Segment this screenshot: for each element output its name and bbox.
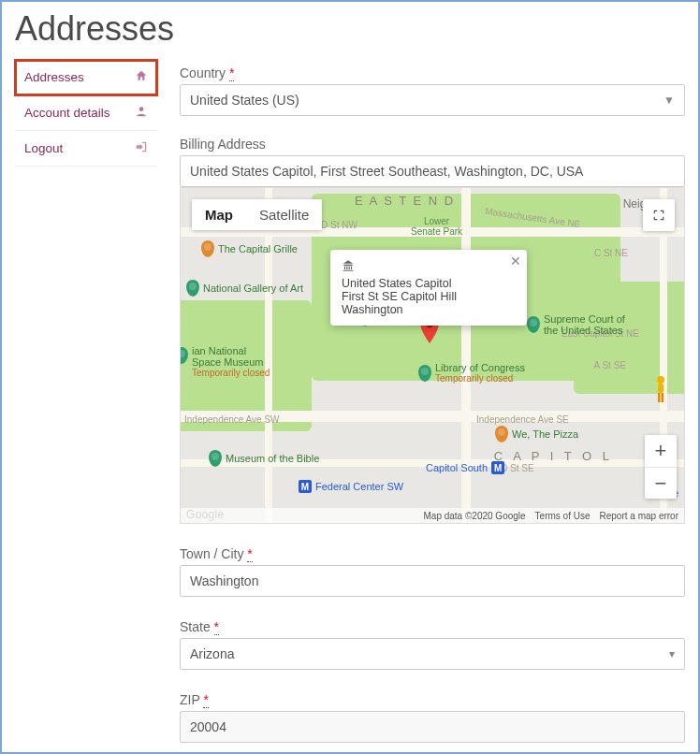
map-poi-capital-grille[interactable]: The Capital Grille [201, 240, 298, 257]
map-type-satellite-button[interactable]: Satellite [246, 199, 322, 230]
map-poi-museum-bible[interactable]: Museum of the Bible [209, 450, 319, 467]
city-label: Town / City * [180, 546, 685, 561]
state-value: Arizona [190, 646, 234, 661]
map-poi-capitol-south[interactable]: Capitol SouthM [426, 461, 504, 474]
map-street-indepse: Independence Ave SE [476, 414, 569, 425]
terms-link[interactable]: Terms of Use [535, 511, 591, 521]
chevron-down-icon: ▼ [664, 94, 675, 107]
map-street-dstse: D St SE [501, 463, 534, 473]
svg-point-2 [657, 376, 664, 384]
svg-rect-5 [662, 393, 664, 402]
label-text: ZIP [180, 692, 200, 707]
required-mark: * [203, 692, 208, 708]
map-type-map-button[interactable]: Map [192, 199, 246, 230]
chevron-down-icon: ▾ [669, 647, 675, 660]
zoom-in-button[interactable]: + [645, 435, 677, 467]
address-form: Country * United States (US) ▼ Billing A… [157, 60, 685, 743]
country-value: United States (US) [190, 93, 299, 108]
sidebar-item-label: Logout [24, 141, 63, 155]
sidebar-item-label: Addresses [24, 70, 84, 84]
city-input[interactable] [180, 565, 685, 597]
close-icon[interactable]: ✕ [510, 254, 521, 268]
map-neighborhood-eastend: E A S T E N D [355, 194, 455, 208]
map-neighborhood-capitol: C A P I T O L [494, 449, 613, 463]
map-street-astse: A St SE [594, 360, 626, 370]
svg-rect-4 [658, 393, 661, 402]
label-text: Town / City [180, 546, 243, 561]
map-poi-we-pizza[interactable]: We, The Pizza [495, 426, 578, 442]
billing-address-input[interactable]: United States Capitol, First Street Sout… [180, 155, 685, 187]
home-icon [135, 69, 148, 85]
account-sidebar: Addresses Account details Logout [15, 60, 157, 743]
info-subtitle: First St SE Capitol Hill Washington [342, 290, 516, 316]
billing-label: Billing Address [180, 137, 685, 152]
svg-point-0 [139, 107, 144, 111]
zip-input[interactable]: 20004 [180, 711, 685, 743]
map-street-dstnw: D St NW [321, 220, 357, 230]
map-poi-library-congress[interactable]: Library of CongressTemporarily closed [418, 362, 525, 384]
map-info-window: ✕ United States Capitol First St SE Capi… [330, 250, 527, 326]
country-label: Country * [180, 65, 685, 80]
street-view-pegman[interactable] [645, 371, 677, 409]
user-icon [135, 105, 148, 121]
map-poi-smithsonian[interactable]: ian National Space MuseumTemporarily clo… [180, 345, 270, 378]
map-poi-scotus[interactable]: Supreme Court of the United States [527, 313, 625, 336]
sidebar-item-logout[interactable]: Logout [15, 131, 157, 167]
zoom-out-button[interactable]: − [645, 467, 677, 499]
sidebar-item-label: Account details [24, 106, 110, 120]
country-select[interactable]: United States (US) ▼ [180, 84, 685, 116]
fullscreen-button[interactable] [643, 199, 675, 231]
map-data-label: Map data ©2020 Google [423, 511, 525, 521]
landmark-icon [342, 259, 516, 275]
sidebar-item-addresses[interactable]: Addresses [15, 60, 157, 95]
zip-label: ZIP * [180, 692, 685, 707]
map-container[interactable]: E A S T E N D C A P I T O L Neighborh D … [180, 187, 685, 524]
required-mark: * [229, 65, 234, 81]
logout-icon [135, 140, 148, 156]
map-street-indepsw: Independence Ave SW [184, 414, 280, 425]
map-type-control: Map Satellite [192, 199, 322, 230]
state-select[interactable]: Arizona ▾ [180, 638, 685, 670]
map-street-cstne: C St NE [594, 248, 628, 258]
required-mark: * [214, 619, 219, 635]
state-label: State * [180, 619, 685, 634]
required-mark: * [247, 546, 252, 562]
map-poi-national-gallery[interactable]: National Gallery of Art [186, 280, 303, 297]
map-footer: Map data ©2020 Google Terms of Use Repor… [181, 508, 684, 523]
zoom-control: + − [645, 435, 677, 499]
map-park-lowersenate: Lower Senate Park [411, 216, 462, 237]
report-error-link[interactable]: Report a map error [600, 511, 678, 521]
label-text: State [180, 619, 211, 634]
page-title: Addresses [15, 9, 698, 49]
map-poi-federal-center[interactable]: MFederal Center SW [299, 480, 403, 493]
info-title: United States Capitol [342, 277, 516, 290]
sidebar-item-account-details[interactable]: Account details [15, 95, 157, 131]
label-text: Country [180, 65, 226, 80]
svg-rect-3 [658, 384, 664, 393]
